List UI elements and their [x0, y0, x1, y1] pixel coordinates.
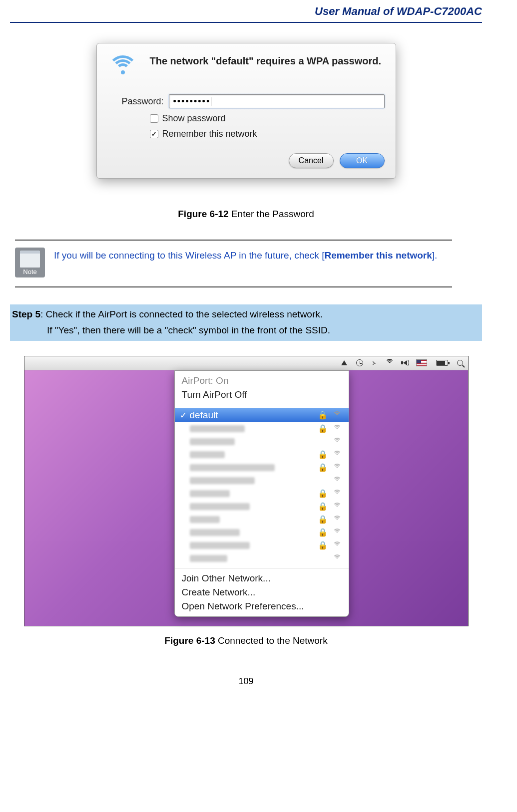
airport-menubar-icon[interactable] [385, 359, 394, 366]
figure2-text: Connected to the Network [215, 635, 328, 646]
airport-status-label: AirPort: On [175, 374, 349, 388]
password-label: Password: [117, 96, 164, 107]
menu-separator [175, 405, 349, 405]
note-icon-label: Note [15, 268, 45, 275]
network-item-blurred[interactable]: 🔒 [175, 461, 349, 474]
ok-button[interactable]: OK [340, 153, 385, 168]
selected-network-name: default [190, 410, 218, 421]
signal-icon [333, 464, 342, 471]
signal-icon [333, 542, 342, 549]
join-other-network-item[interactable]: Join Other Network... [175, 571, 349, 585]
menu-separator-2 [175, 568, 349, 568]
network-item-blurred[interactable]: 🔒 [175, 539, 349, 552]
network-item-blurred[interactable]: 🔒 [175, 422, 349, 435]
header-rule [10, 22, 482, 23]
lock-icon: 🔒 [318, 424, 328, 433]
remember-network-checkbox[interactable] [150, 130, 158, 138]
network-item-selected[interactable]: ✓ default 🔒 [175, 408, 349, 422]
figure2-number: Figure 6-13 [164, 635, 215, 646]
figure-6-13-screenshot: ᚛ AirPort: On Turn AirPort Off ✓ default… [10, 356, 482, 626]
wifi-password-dialog: The network "default" requires a WPA pas… [96, 43, 396, 179]
note-text-bold: Remember this network [324, 250, 432, 261]
page-number: 109 [10, 676, 482, 687]
password-input[interactable]: ••••••••• [169, 94, 385, 108]
turn-airport-off-item[interactable]: Turn AirPort Off [175, 388, 349, 402]
airport-icon [108, 53, 143, 83]
step-5-block: Step 5: Check if the AirPort is connecte… [10, 304, 482, 341]
note-icon: Note [15, 248, 45, 277]
network-item-blurred[interactable]: 🔒 [175, 487, 349, 500]
network-item-blurred[interactable] [175, 474, 349, 487]
signal-icon [333, 490, 342, 497]
lock-icon: 🔒 [318, 489, 328, 498]
figure-6-13-caption: Figure 6-13 Connected to the Network [10, 635, 482, 646]
volume-icon[interactable] [403, 360, 407, 365]
network-item-blurred[interactable]: 🔒 [175, 448, 349, 461]
input-flag-icon[interactable] [416, 359, 427, 366]
password-value: ••••••••• [173, 96, 212, 107]
eject-icon[interactable] [341, 360, 347, 365]
network-item-blurred[interactable]: 🔒 [175, 513, 349, 526]
network-item-blurred[interactable]: 🔒 [175, 500, 349, 513]
step-line2: If "Yes", then there will be a "check" s… [12, 322, 479, 338]
signal-icon [333, 412, 342, 419]
battery-icon[interactable] [436, 360, 448, 366]
figure1-text: Enter the Password [229, 209, 314, 219]
lock-icon: 🔒 [318, 515, 328, 524]
signal-icon [333, 516, 342, 523]
network-item-blurred[interactable]: 🔒 [175, 526, 349, 539]
open-network-prefs-item[interactable]: Open Network Preferences... [175, 599, 349, 613]
lock-icon: 🔒 [318, 502, 328, 511]
signal-icon [333, 425, 342, 432]
remember-network-label: Remember this network [162, 129, 257, 139]
dialog-message: The network "default" requires a WPA pas… [143, 53, 382, 83]
note-text: If you will be connecting to this Wirele… [54, 248, 437, 277]
check-icon: ✓ [180, 410, 187, 421]
step-number: Step 5 [12, 309, 40, 319]
lock-icon: 🔒 [318, 463, 328, 472]
figure1-number: Figure 6-12 [178, 209, 228, 219]
network-item-blurred[interactable] [175, 552, 349, 565]
spotlight-icon[interactable] [457, 360, 463, 366]
figure-6-12-caption: Figure 6-12 Enter the Password [10, 209, 482, 220]
airport-dropdown-menu: AirPort: On Turn AirPort Off ✓ default 🔒… [174, 370, 349, 617]
signal-icon [333, 555, 342, 562]
clock-icon[interactable] [356, 359, 363, 366]
show-password-checkbox[interactable] [150, 114, 158, 123]
lock-icon: 🔒 [318, 450, 328, 459]
signal-icon [333, 451, 342, 458]
create-network-item[interactable]: Create Network... [175, 585, 349, 599]
figure-6-12-screenshot: The network "default" requires a WPA pas… [10, 43, 482, 179]
show-password-label: Show password [162, 113, 226, 124]
lock-icon: 🔒 [318, 528, 328, 537]
network-item-blurred[interactable] [175, 435, 349, 448]
note-bottom-rule [15, 286, 452, 287]
lock-icon: 🔒 [318, 541, 328, 550]
signal-icon [333, 477, 342, 484]
step-line1: : Check if the AirPort is connected to t… [40, 309, 323, 319]
cancel-button[interactable]: Cancel [289, 153, 334, 168]
signal-icon [333, 503, 342, 510]
note-text-prefix: If you will be connecting to this Wirele… [54, 250, 324, 261]
lock-icon: 🔒 [318, 410, 328, 420]
bluetooth-icon[interactable]: ᚛ [372, 358, 376, 367]
page-header-title: User Manual of WDAP-C7200AC [10, 0, 482, 22]
signal-icon [333, 438, 342, 445]
signal-icon [333, 529, 342, 536]
note-text-suffix: ]. [432, 250, 438, 261]
mac-menubar: ᚛ [24, 356, 468, 370]
note-block: Note If you will be connecting to this W… [15, 240, 452, 287]
